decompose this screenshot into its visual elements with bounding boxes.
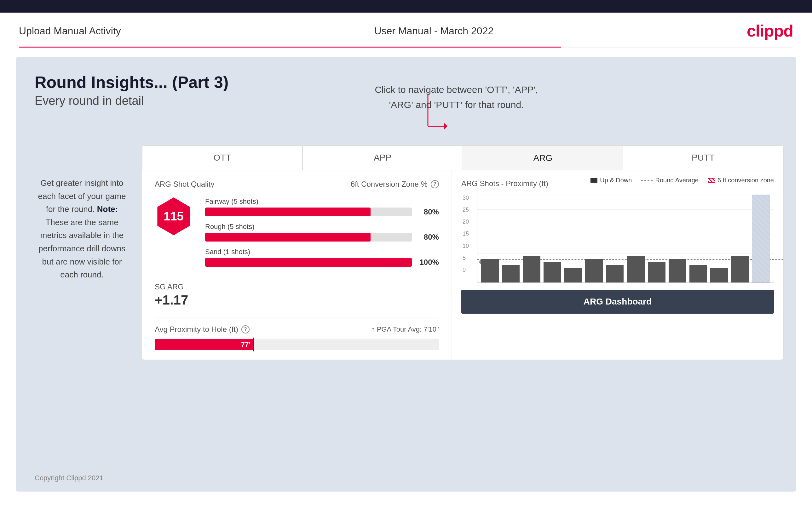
proximity-bar: 77' (155, 339, 439, 350)
proximity-header: Avg Proximity to Hole (ft) ? ↑ PGA Tour … (155, 325, 439, 334)
proximity-value: 77' (241, 340, 251, 349)
chart-bar-4 (544, 262, 561, 282)
left-description: Get greater insight into each facet of y… (35, 177, 129, 282)
bar-rough: Rough (5 shots) 80% (205, 223, 439, 241)
right-panel: ARG Shots - Proximity (ft) Up & Down Rou… (452, 170, 783, 359)
y-label-10: 10 (463, 243, 469, 249)
y-label-0: 0 (463, 267, 469, 273)
chart-bar-tall (752, 194, 770, 282)
legend-conversion: 6 ft conversion zone (708, 177, 774, 184)
hexagon-value: 115 (163, 210, 184, 223)
shot-quality-hexagon: 115 (155, 198, 193, 235)
nav-hint: Click to navigate between 'OTT', 'APP', … (375, 82, 538, 112)
bar-track-rough (205, 233, 412, 241)
proximity-bar-fill: 77' (155, 339, 254, 350)
logo: clippd (747, 21, 793, 40)
svg-marker-2 (444, 122, 447, 130)
tab-bar: OTT APP ARG PUTT (142, 146, 783, 170)
arg-dashboard-button[interactable]: ARG Dashboard (461, 290, 774, 314)
sg-label: SG ARG (155, 282, 439, 291)
bar-sand: Sand (1 shots) 100% (205, 248, 439, 267)
bar-fill-rough (205, 233, 370, 241)
help-icon[interactable]: ? (431, 180, 439, 188)
proximity-title: Avg Proximity to Hole (ft) ? (155, 325, 250, 334)
copyright: Copyright Clippd 2021 (35, 474, 103, 482)
page-breadcrumb: Upload Manual Activity (19, 25, 121, 37)
chart-bar-9 (648, 262, 665, 282)
chart-bar-2 (502, 265, 520, 282)
chart-area: 8 (477, 194, 774, 283)
bar-track-sand (205, 258, 412, 267)
chart-title: ARG Shots - Proximity (ft) (461, 179, 548, 188)
bar-fill-sand (205, 258, 412, 267)
top-bar (0, 0, 812, 13)
chart-bar-5 (564, 268, 582, 282)
y-label-25: 25 (463, 207, 469, 213)
left-panel: ARG Shot Quality 6ft Conversion Zone % ?… (142, 170, 452, 359)
bar-fairway: Fairway (5 shots) 80% (205, 198, 439, 216)
legend-box-icon (591, 178, 597, 183)
tab-app[interactable]: APP (303, 146, 463, 170)
legend-up-down: Up & Down (591, 177, 632, 184)
bar-pct-fairway: 80% (417, 208, 439, 216)
conversion-bars: Fairway (5 shots) 80% Rough (5 shots) (205, 198, 439, 273)
card-body: ARG Shot Quality 6ft Conversion Zone % ?… (142, 170, 783, 359)
sg-value: +1.17 (155, 292, 439, 308)
proximity-bar-track: 77' (155, 339, 439, 350)
proximity-cursor (253, 338, 254, 351)
chart-bar-13 (731, 256, 749, 282)
y-label-20: 20 (463, 219, 469, 225)
legend-round-avg: Round Average (641, 177, 699, 184)
chart-bar-12 (710, 268, 728, 282)
chart-bar-8 (627, 256, 644, 282)
right-panel-header: ARG Shots - Proximity (ft) Up & Down Rou… (461, 177, 774, 190)
left-panel-header: ARG Shot Quality 6ft Conversion Zone % ? (155, 180, 439, 189)
shot-quality-label: ARG Shot Quality (155, 180, 214, 189)
bars-chart (477, 194, 774, 282)
sg-section: SG ARG +1.17 (155, 282, 439, 308)
legend-hatch-icon (708, 178, 715, 183)
chart-bar-6 (585, 259, 603, 282)
header-divider (19, 47, 793, 48)
conversion-label: 6ft Conversion Zone % ? (351, 180, 439, 189)
chart-container: 30 25 20 15 10 5 0 (477, 194, 774, 283)
proximity-help-icon[interactable]: ? (241, 325, 250, 334)
tab-ott[interactable]: OTT (142, 146, 303, 170)
bar-pct-sand: 100% (417, 258, 439, 267)
bar-track-fairway (205, 208, 412, 216)
navigation-arrow (421, 95, 453, 152)
dashboard-card: OTT APP ARG PUTT ARG Shot Quality 6ft Co… (142, 145, 783, 360)
chart-legend: Up & Down Round Average 6 ft conversion … (591, 177, 774, 184)
pga-avg: ↑ PGA Tour Avg: 7'10" (371, 325, 439, 334)
chart-bar-7 (606, 265, 623, 282)
chart-bar-11 (690, 265, 707, 282)
legend-dash-icon (641, 180, 653, 181)
chart-bar-3 (523, 256, 541, 282)
main-content: Round Insights... (Part 3) Every round i… (16, 57, 796, 492)
chart-bar-1 (481, 259, 499, 282)
hexagon-bars: 115 Fairway (5 shots) 80% (155, 198, 439, 273)
proximity-section: Avg Proximity to Hole (ft) ? ↑ PGA Tour … (155, 317, 439, 350)
doc-title: User Manual - March 2022 (374, 25, 494, 37)
bar-fill-fairway (205, 208, 370, 216)
tab-putt[interactable]: PUTT (623, 146, 783, 170)
y-label-15: 15 (463, 230, 469, 237)
header: Upload Manual Activity User Manual - Mar… (0, 13, 812, 47)
tab-arg[interactable]: ARG (463, 146, 623, 170)
bar-pct-rough: 80% (417, 233, 439, 241)
y-axis: 30 25 20 15 10 5 0 (463, 194, 469, 273)
y-label-5: 5 (463, 255, 469, 261)
chart-bar-10 (669, 259, 686, 282)
y-label-30: 30 (463, 194, 469, 201)
